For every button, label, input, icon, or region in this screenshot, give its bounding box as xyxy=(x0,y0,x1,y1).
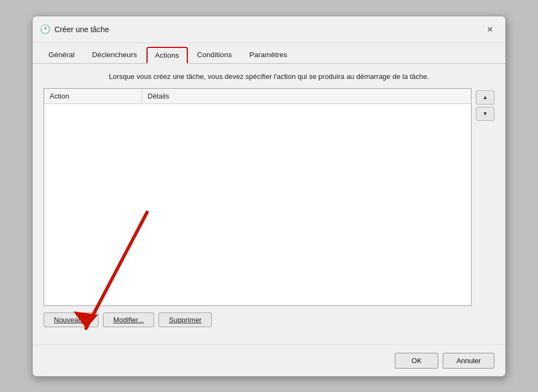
table-body xyxy=(44,104,471,305)
ok-button[interactable]: OK xyxy=(395,353,438,369)
column-action: Action xyxy=(44,89,142,103)
supprimer-button[interactable]: Supprimer xyxy=(158,313,212,327)
annuler-button[interactable]: Annuler xyxy=(443,353,494,369)
table-area-wrapper: Action Détails ▲ ▼ xyxy=(44,88,494,306)
dialog-footer: OK Annuler xyxy=(33,345,505,376)
tab-general[interactable]: Général xyxy=(40,47,83,64)
dialog-title: Créer une tâche xyxy=(54,25,478,34)
column-details: Détails xyxy=(142,89,471,103)
up-arrow-icon: ▲ xyxy=(482,94,488,100)
table-header: Action Détails xyxy=(44,89,471,104)
side-buttons: ▲ ▼ xyxy=(476,88,494,121)
action-buttons-area: Nouveau... Modifier... Supprimer xyxy=(44,313,494,327)
down-arrow-icon: ▼ xyxy=(482,111,488,117)
dialog-icon: 🕐 xyxy=(40,24,50,34)
close-button[interactable]: ✕ xyxy=(482,22,498,37)
move-up-button[interactable]: ▲ xyxy=(476,90,494,105)
action-buttons: Nouveau... Modifier... Supprimer xyxy=(44,313,494,327)
modifier-button[interactable]: Modifier... xyxy=(103,313,154,327)
actions-table: Action Détails xyxy=(44,88,472,306)
tab-conditions[interactable]: Conditions xyxy=(189,47,240,64)
move-down-button[interactable]: ▼ xyxy=(476,107,494,121)
title-bar: 🕐 Créer une tâche ✕ xyxy=(33,16,505,43)
tab-declencheurs[interactable]: Déclencheurs xyxy=(84,47,145,64)
dialog-window: 🕐 Créer une tâche ✕ Général Déclencheurs… xyxy=(32,16,506,377)
tab-bar: Général Déclencheurs Actions Conditions … xyxy=(33,43,505,64)
tab-actions[interactable]: Actions xyxy=(146,47,188,64)
content-area: Lorsque vous créez une tâche, vous devez… xyxy=(33,64,505,336)
nouveau-button[interactable]: Nouveau... xyxy=(44,313,99,327)
tab-parametres[interactable]: Paramètres xyxy=(241,47,296,64)
description-text: Lorsque vous créez une tâche, vous devez… xyxy=(44,72,494,81)
